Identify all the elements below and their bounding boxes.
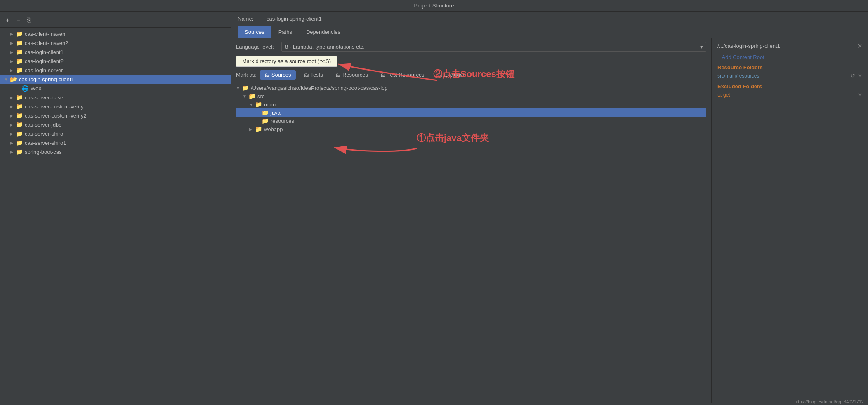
excluded-folder-remove-icon[interactable]: ✕ <box>858 92 862 98</box>
left-toolbar: + − ⎘ <box>0 14 231 28</box>
tree-item-label: cas-server-base <box>25 94 63 101</box>
tree-item-cas-login-client1[interactable]: ▶📁cas-login-client1 <box>0 47 231 57</box>
folder-icon: 📁 <box>16 148 23 155</box>
tree-arrow-icon: ▶ <box>10 104 16 109</box>
tree-item-label: cas-login-server <box>25 67 63 73</box>
tooltip-text: Mark directory as a source root (⌥S) <box>242 58 331 64</box>
file-row-main[interactable]: ▼📁main <box>236 100 706 108</box>
file-row-label: webapp <box>264 126 283 132</box>
mark-as-resources-button[interactable]: 🗂Resources <box>331 70 373 80</box>
minus-button[interactable]: − <box>14 16 21 25</box>
mark-icon: 🗂 <box>380 72 386 78</box>
file-row-label: main <box>264 101 276 108</box>
language-level-row: Language level: 8 - Lambda, type annotat… <box>236 42 706 52</box>
tree-arrow-icon: ▶ <box>10 132 16 136</box>
folder-icon: 📁 <box>16 94 23 101</box>
add-content-root[interactable]: + Add Content Root <box>717 54 862 60</box>
copy-button[interactable]: ⎘ <box>25 16 33 25</box>
file-folder-icon: 📁 <box>255 101 262 108</box>
tree-item-cas-server-custom-verify[interactable]: ▶📁cas-server-custom-verify <box>0 102 231 111</box>
file-folder-icon: 📁 <box>255 126 262 132</box>
tab-paths[interactable]: Paths <box>271 26 299 38</box>
tree-item-label: cas-server-custom-verify2 <box>25 113 87 119</box>
folder-icon: 📁 <box>16 58 23 64</box>
tab-sources[interactable]: Sources <box>238 26 271 38</box>
file-row-webapp[interactable]: ▶📁webapp <box>236 125 706 133</box>
tree-item-label: cas-login-client1 <box>25 49 64 55</box>
mark-btn-label: Excluded <box>444 72 466 78</box>
file-row-src[interactable]: ▼📁src <box>236 92 706 100</box>
folder-icon: 📁 <box>16 31 23 37</box>
resource-folder-remove-icon[interactable]: ✕ <box>858 73 862 79</box>
tree-item-cas-server-custom-verify2[interactable]: ▶📁cas-server-custom-verify2 <box>0 111 231 120</box>
tree-arrow-icon: ▶ <box>10 32 16 36</box>
file-row-resources[interactable]: 📁resources <box>236 117 706 125</box>
right-side-panel: /.../cas-login-spring-client1 ✕ + Add Co… <box>711 38 868 403</box>
tree-item-label: cas-client-maven2 <box>25 40 68 46</box>
mark-btn-label: Tests <box>311 72 323 78</box>
mark-as-test-resources-button[interactable]: 🗂Test Resources <box>376 70 429 80</box>
tree-item-spring-boot-cas[interactable]: ▶📁spring-boot-cas <box>0 147 231 156</box>
mark-btn-label: Test Resources <box>387 72 425 78</box>
folder-icon: 🌐 <box>21 85 28 92</box>
tree-item-label: cas-server-jdbc <box>25 122 61 128</box>
right-content: Language level: 8 - Lambda, type annotat… <box>231 38 868 403</box>
tree-arrow-icon: ▶ <box>10 95 16 100</box>
mark-as-excluded-button[interactable]: 🗂Excluded <box>432 70 470 80</box>
tree-item-cas-server-jdbc[interactable]: ▶📁cas-server-jdbc <box>0 120 231 129</box>
resource-folder-refresh-icon[interactable]: ↺ <box>851 73 855 79</box>
right-header: Name: cas-login-spring-client1 SourcesPa… <box>231 12 868 38</box>
tree-item-cas-client-maven2[interactable]: ▶📁cas-client-maven2 <box>0 38 231 47</box>
file-tree: ▼📁/Users/wangsaichao/IdeaProjects/spring… <box>236 84 706 133</box>
folder-icon: 📁 <box>16 112 23 119</box>
status-url: https://blog.csdn.net/qq_34021712 <box>794 399 864 404</box>
tooltip-box: Mark directory as a source root (⌥S) <box>236 56 337 67</box>
name-value: cas-login-spring-client1 <box>267 16 322 22</box>
tree-item-label: spring-boot-cas <box>25 149 62 155</box>
language-level-select[interactable]: 8 - Lambda, type annotations etc. <box>281 42 706 52</box>
tree-item-cas-server-shiro1[interactable]: ▶📁cas-server-shiro1 <box>0 138 231 147</box>
tree-item-cas-login-spring-client1[interactable]: ▼📂cas-login-spring-client1 <box>0 75 231 84</box>
left-panel: + − ⎘ ▶📁cas-client-maven▶📁cas-client-mav… <box>0 12 231 403</box>
file-arrow-icon: ▶ <box>249 127 255 132</box>
folder-icon: 📂 <box>10 76 17 82</box>
file-arrow-icon: ▼ <box>236 86 242 90</box>
resource-folder-row: src/main/resources ↺ ✕ <box>717 72 862 79</box>
file-row-label: java <box>271 110 281 116</box>
rsp-title: /.../cas-login-spring-client1 <box>717 43 780 49</box>
mark-as-sources-button[interactable]: 🗂Sources <box>260 70 296 80</box>
tree-arrow-icon: ▶ <box>10 141 16 145</box>
tree-item-cas-login-client2[interactable]: ▶📁cas-login-client2 <box>0 57 231 66</box>
tree-item-label: cas-login-spring-client1 <box>19 76 74 82</box>
tree-arrow-icon: ▶ <box>10 68 16 73</box>
file-row--Users-wangsaichao-IdeaProjects-spring-boot-cas-cas-log[interactable]: ▼📁/Users/wangsaichao/IdeaProjects/spring… <box>236 84 706 92</box>
tree-item-label: Web <box>31 85 42 92</box>
resource-folders-section: Resource Folders src/main/resources ↺ ✕ <box>717 64 862 79</box>
mark-icon: 🗂 <box>437 72 442 78</box>
excluded-folder-path: target <box>717 92 730 98</box>
tree-arrow-icon: ▶ <box>10 122 16 127</box>
window-title: Project Structure <box>414 2 454 9</box>
file-folder-icon: 📁 <box>262 118 269 124</box>
folder-icon: 📁 <box>16 49 23 55</box>
tree-arrow-icon: ▶ <box>10 41 16 45</box>
add-button[interactable]: + <box>4 16 11 25</box>
resource-folders-title: Resource Folders <box>717 64 862 71</box>
tree-item-cas-login-server[interactable]: ▶📁cas-login-server <box>0 66 231 75</box>
file-row-java[interactable]: 📁java <box>236 108 706 117</box>
tree-item-Web[interactable]: 🌐Web <box>0 84 231 93</box>
tree-item-cas-client-maven[interactable]: ▶📁cas-client-maven <box>0 29 231 38</box>
tree-item-label: cas-server-custom-verify <box>25 104 83 110</box>
rsp-close-button[interactable]: ✕ <box>857 42 862 50</box>
name-row: Name: cas-login-spring-client1 <box>238 16 861 22</box>
status-bar: https://blog.csdn.net/qq_34021712 <box>790 398 868 405</box>
tree-item-cas-server-base[interactable]: ▶📁cas-server-base <box>0 93 231 102</box>
tree-arrow-icon: ▼ <box>4 77 10 82</box>
center-panel: Language level: 8 - Lambda, type annotat… <box>231 38 711 403</box>
mark-as-tests-button[interactable]: 🗂Tests <box>299 70 328 80</box>
tree-item-cas-server-shiro[interactable]: ▶📁cas-server-shiro <box>0 129 231 138</box>
tab-dependencies[interactable]: Dependencies <box>299 26 347 38</box>
file-row-label: /Users/wangsaichao/IdeaProjects/spring-b… <box>251 85 388 91</box>
name-label: Name: <box>238 16 262 22</box>
excluded-folders-section: Excluded Folders target ✕ <box>717 83 862 98</box>
